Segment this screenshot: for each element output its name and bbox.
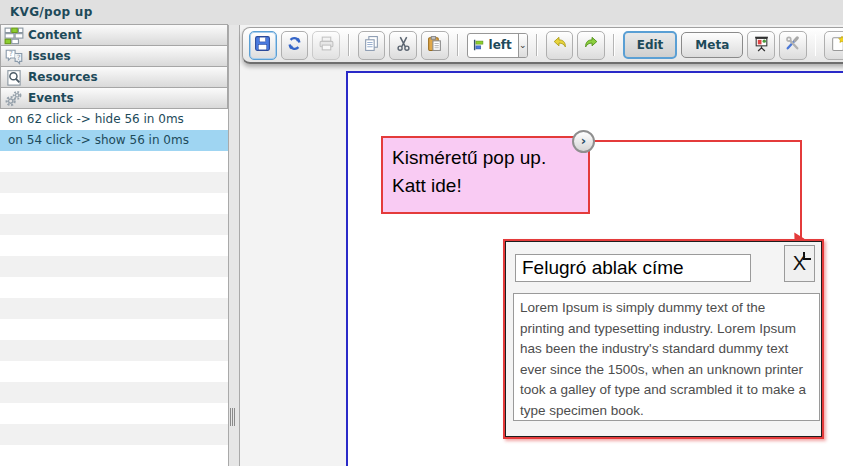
print-icon bbox=[318, 35, 335, 56]
svg-text:?: ? bbox=[17, 53, 21, 62]
event-list: on 62 click -> hide 56 in 0ms on 54 clic… bbox=[0, 109, 228, 466]
header-bar: KVG/pop up bbox=[0, 0, 843, 25]
toolbar: left ⌄ Edit Meta bbox=[242, 27, 843, 64]
sidebar-item-events[interactable]: Events bbox=[0, 87, 228, 109]
empty-row bbox=[0, 340, 228, 361]
empty-row bbox=[0, 424, 228, 445]
print-button[interactable] bbox=[312, 31, 340, 60]
app-window: KVG/pop up Content ?? Issues Resources E bbox=[0, 0, 843, 466]
sidebar-item-label: Resources bbox=[28, 70, 98, 84]
align-dropdown[interactable]: left ⌄ bbox=[467, 33, 528, 58]
close-corner-mark bbox=[803, 252, 811, 260]
empty-row bbox=[0, 172, 228, 193]
empty-row bbox=[0, 319, 228, 340]
new-page-button[interactable] bbox=[824, 31, 843, 60]
save-icon bbox=[254, 35, 271, 56]
undo-icon bbox=[551, 35, 568, 56]
sidebar-item-content[interactable]: Content bbox=[0, 24, 228, 46]
event-connector-line bbox=[800, 140, 802, 240]
tools-icon bbox=[784, 35, 801, 56]
sidebar-item-label: Content bbox=[28, 28, 82, 42]
page-title: KVG/pop up bbox=[10, 5, 93, 19]
issues-bubbles-icon: ?? bbox=[4, 48, 24, 64]
empty-row bbox=[0, 403, 228, 424]
edit-button[interactable]: Edit bbox=[623, 31, 678, 59]
content-grid-icon bbox=[4, 27, 24, 43]
cut-icon bbox=[395, 35, 412, 56]
popup-close-button[interactable]: X bbox=[784, 245, 815, 282]
events-gears-icon bbox=[4, 90, 24, 106]
empty-row bbox=[0, 235, 228, 256]
align-left-icon bbox=[472, 38, 486, 52]
empty-row bbox=[0, 151, 228, 172]
chevron-glyph: › bbox=[581, 134, 586, 147]
refresh-button[interactable] bbox=[281, 31, 309, 60]
copy-button[interactable] bbox=[358, 31, 386, 60]
presentation-icon bbox=[753, 35, 770, 56]
toolbar-separator bbox=[815, 34, 817, 56]
popup-trigger-text: Kisméretű pop up. Katt ide! bbox=[383, 138, 588, 200]
save-button[interactable] bbox=[249, 31, 277, 60]
sidebar-item-issues[interactable]: ?? Issues bbox=[0, 45, 228, 67]
empty-row bbox=[0, 361, 228, 382]
empty-row bbox=[0, 382, 228, 403]
resources-search-icon bbox=[4, 69, 24, 85]
sidebar-item-resources[interactable]: Resources bbox=[0, 66, 228, 88]
preview-button[interactable] bbox=[747, 31, 775, 60]
align-dropdown-value: left bbox=[489, 38, 512, 52]
redo-icon bbox=[583, 35, 600, 56]
new-page-star-icon bbox=[830, 35, 843, 56]
sidebar-item-label: Events bbox=[28, 91, 74, 105]
sidebar-item-label: Issues bbox=[28, 49, 71, 63]
toolbar-separator bbox=[457, 34, 459, 56]
toolbar-separator bbox=[613, 34, 615, 56]
copy-icon bbox=[363, 35, 380, 56]
dropdown-chevron-icon[interactable]: ⌄ bbox=[518, 34, 527, 57]
empty-row bbox=[0, 214, 228, 235]
redo-button[interactable] bbox=[577, 31, 605, 60]
popup-window[interactable]: Felugró ablak címe X Lorem Ipsum is simp… bbox=[503, 239, 824, 439]
event-list-item-selected[interactable]: on 54 click -> show 56 in 0ms bbox=[0, 130, 228, 151]
sidebar: Content ?? Issues Resources Events on 62… bbox=[0, 25, 229, 466]
toolbar-separator bbox=[348, 34, 350, 56]
undo-button[interactable] bbox=[546, 31, 574, 60]
event-connector-line bbox=[592, 140, 802, 142]
splitter-grip-icon bbox=[230, 408, 236, 426]
refresh-icon bbox=[286, 35, 303, 56]
empty-row bbox=[0, 298, 228, 319]
chevron-right-circle-icon[interactable]: › bbox=[572, 130, 595, 153]
toolbar-separator bbox=[536, 34, 538, 56]
paste-button[interactable] bbox=[421, 31, 449, 60]
cut-button[interactable] bbox=[389, 31, 417, 60]
popup-trigger-box[interactable]: Kisméretű pop up. Katt ide! bbox=[381, 136, 590, 214]
empty-row bbox=[0, 445, 228, 466]
empty-row bbox=[0, 193, 228, 214]
empty-row bbox=[0, 277, 228, 298]
popup-body-text[interactable]: Lorem Ipsum is simply dummy text of the … bbox=[513, 293, 820, 421]
settings-button[interactable] bbox=[779, 31, 807, 60]
popup-title-field[interactable]: Felugró ablak címe bbox=[515, 254, 751, 282]
empty-row bbox=[0, 256, 228, 277]
paste-icon bbox=[426, 35, 443, 56]
svg-text:?: ? bbox=[9, 49, 13, 58]
meta-button[interactable]: Meta bbox=[681, 32, 743, 58]
event-list-item[interactable]: on 62 click -> hide 56 in 0ms bbox=[0, 109, 228, 130]
sidebar-splitter[interactable] bbox=[228, 25, 240, 466]
